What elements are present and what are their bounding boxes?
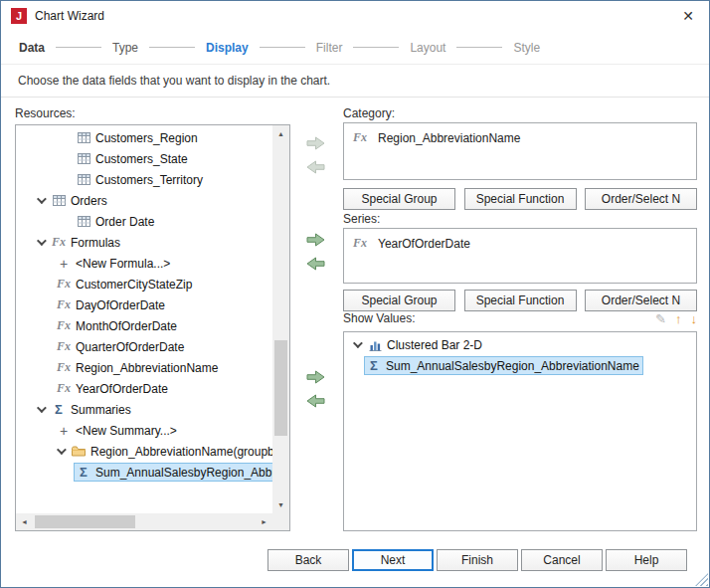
table-icon bbox=[76, 174, 91, 185]
chevron-down-icon[interactable] bbox=[54, 446, 66, 458]
step-connector bbox=[260, 47, 305, 48]
series-button-special-group[interactable]: Special Group bbox=[343, 290, 455, 311]
fx-icon: Fx bbox=[56, 381, 72, 396]
show-values-toolbar: ✎↑↓ bbox=[655, 312, 697, 325]
sigma-icon: Σ bbox=[76, 465, 91, 480]
tree-item[interactable]: FxCustomerCityStateZip bbox=[16, 274, 272, 294]
resize-grip[interactable] bbox=[695, 573, 708, 586]
series-button-special-function[interactable]: Special Function bbox=[464, 290, 577, 311]
sv-tool-move-down-button[interactable]: ↓ bbox=[691, 312, 698, 325]
category-field[interactable]: Fx Region_AbbreviationName bbox=[352, 130, 688, 145]
tree-item[interactable]: Order Date bbox=[16, 211, 272, 232]
fx-icon: Fx bbox=[51, 235, 67, 250]
sv-tool-edit-button[interactable]: ✎ bbox=[655, 312, 666, 325]
show-values-panel: Clustered Bar 2-D ΣSum_AnnualSalesbyRegi… bbox=[343, 331, 697, 531]
tree-item[interactable]: FxFormulas bbox=[16, 232, 272, 253]
tree-item[interactable]: FxMonthOfOrderDate bbox=[16, 315, 272, 336]
sv-tool-move-up-button[interactable]: ↑ bbox=[675, 312, 682, 325]
step-connector bbox=[353, 47, 399, 48]
step-connector bbox=[56, 47, 101, 48]
category-label: Category: bbox=[343, 106, 395, 120]
category-buttons: Special GroupSpecial FunctionOrder/Selec… bbox=[343, 188, 697, 210]
tree-item[interactable]: ΣSum_AnnualSalesbyRegion_AbbreviationNa bbox=[16, 462, 272, 483]
folder-icon bbox=[71, 446, 87, 457]
step-type[interactable]: Type bbox=[112, 41, 206, 55]
category-move-left-button[interactable] bbox=[300, 157, 330, 177]
tree-item[interactable]: FxYearOfOrderDate bbox=[16, 378, 272, 399]
tree-item[interactable]: ΣSummaries bbox=[16, 399, 272, 420]
tree-item[interactable]: Region_AbbreviationName(groupby) bbox=[16, 441, 272, 462]
plus-icon: + bbox=[56, 256, 72, 272]
tree-item[interactable]: Orders bbox=[16, 190, 272, 211]
footer-button-help[interactable]: Help bbox=[606, 549, 687, 571]
tree-item[interactable]: Customers_Region bbox=[16, 127, 272, 148]
footer-button-next[interactable]: Next bbox=[352, 549, 434, 571]
series-button-order-select-n[interactable]: Order/Select N bbox=[585, 290, 697, 311]
series-field[interactable]: Fx YearOfOrderDate bbox=[352, 236, 688, 251]
series-move-right-button[interactable] bbox=[300, 230, 330, 250]
chevron-down-icon[interactable] bbox=[34, 237, 46, 249]
step-connector bbox=[149, 47, 195, 48]
table-icon bbox=[76, 132, 91, 143]
fx-icon: Fx bbox=[56, 277, 72, 292]
footer-button-cancel[interactable]: Cancel bbox=[521, 549, 603, 571]
table-icon bbox=[51, 195, 67, 206]
tree-item[interactable]: Customers_State bbox=[16, 148, 272, 169]
scroll-down-icon[interactable] bbox=[272, 496, 289, 513]
tree-item[interactable]: Customers_Territory bbox=[16, 169, 272, 190]
resources-panel: Customers_Region Customers_State Custome… bbox=[15, 124, 290, 531]
category-button-order-select-n[interactable]: Order/Select N bbox=[585, 188, 697, 210]
series-buttons: Special GroupSpecial FunctionOrder/Selec… bbox=[343, 290, 697, 311]
series-label: Series: bbox=[343, 212, 380, 226]
sigma-icon: Σ bbox=[51, 402, 67, 417]
category-button-special-group[interactable]: Special Group bbox=[343, 188, 455, 210]
category-box: Fx Region_AbbreviationName bbox=[343, 122, 697, 180]
scrollbar-thumb[interactable] bbox=[274, 340, 287, 436]
instruction-text: Choose the data fields that you want to … bbox=[1, 65, 709, 98]
series-move-left-button[interactable] bbox=[300, 254, 330, 274]
step-display[interactable]: Display bbox=[206, 41, 316, 55]
tree-item[interactable]: +<New Summary...> bbox=[16, 420, 272, 441]
category-button-special-function[interactable]: Special Function bbox=[464, 188, 577, 210]
close-icon[interactable]: ✕ bbox=[677, 8, 699, 24]
chevron-down-icon[interactable] bbox=[34, 404, 46, 416]
window-title: Chart Wizard bbox=[35, 9, 104, 23]
scroll-right-icon[interactable] bbox=[256, 513, 272, 530]
scrollbar-thumb[interactable] bbox=[35, 515, 135, 528]
fx-icon: Fx bbox=[352, 130, 368, 145]
tree-item[interactable]: FxDayOfOrderDate bbox=[16, 294, 272, 315]
wizard-steps: Data Type Display Filter Layout Style bbox=[1, 31, 709, 65]
scroll-left-icon[interactable] bbox=[16, 513, 33, 530]
fx-icon: Fx bbox=[352, 236, 368, 251]
footer-button-finish[interactable]: Finish bbox=[437, 549, 518, 571]
tree-item[interactable]: Clustered Bar 2-D bbox=[344, 334, 696, 355]
tree-item[interactable]: ΣSum_AnnualSalesbyRegion_AbbreviationNam… bbox=[344, 355, 696, 376]
show-values-label: Show Values: bbox=[343, 311, 416, 325]
tree-item[interactable]: +<New Formula...> bbox=[16, 253, 272, 274]
table-icon bbox=[76, 216, 91, 227]
sigma-icon: Σ bbox=[366, 358, 382, 373]
tree-item[interactable]: FxRegion_AbbreviationName bbox=[16, 357, 272, 378]
chevron-down-icon[interactable] bbox=[350, 339, 362, 351]
tree-item[interactable]: FxQuarterOfOrderDate bbox=[16, 336, 272, 357]
fx-icon: Fx bbox=[56, 318, 72, 333]
vertical-scrollbar[interactable] bbox=[272, 125, 289, 513]
chart-icon bbox=[367, 339, 383, 351]
table-icon bbox=[76, 153, 91, 164]
show-values-header: Show Values: ✎↑↓ bbox=[343, 309, 697, 327]
horizontal-scrollbar[interactable] bbox=[16, 513, 272, 530]
step-layout[interactable]: Layout bbox=[410, 41, 513, 55]
show-values-move-right-button[interactable] bbox=[300, 367, 330, 387]
step-data[interactable]: Data bbox=[19, 41, 112, 55]
step-style[interactable]: Style bbox=[513, 41, 540, 55]
plus-icon: + bbox=[56, 423, 72, 439]
footer-button-back[interactable]: Back bbox=[267, 549, 349, 571]
category-move-right-button[interactable] bbox=[300, 133, 330, 153]
category-field-label: Region_AbbreviationName bbox=[378, 131, 520, 145]
chevron-down-icon[interactable] bbox=[34, 195, 46, 207]
fx-icon: Fx bbox=[56, 297, 72, 312]
show-values-move-left-button[interactable] bbox=[300, 391, 330, 411]
footer-buttons: BackNextFinishCancelHelp bbox=[267, 549, 687, 571]
step-filter[interactable]: Filter bbox=[316, 41, 411, 55]
scroll-up-icon[interactable] bbox=[272, 125, 289, 142]
